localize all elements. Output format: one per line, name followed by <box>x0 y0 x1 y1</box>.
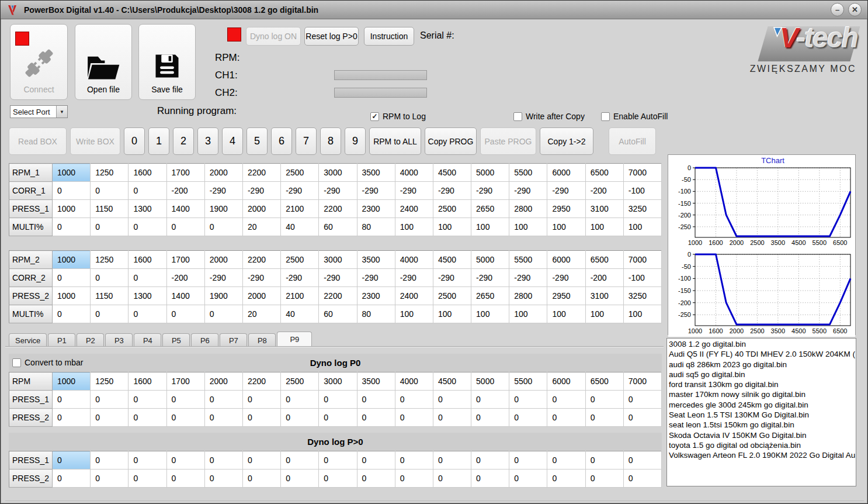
grid-cell[interactable]: 0 <box>129 470 166 488</box>
grid-cell[interactable]: 0 <box>395 451 433 470</box>
paste-prog-button[interactable]: Paste PROG <box>480 127 536 155</box>
grid-cell[interactable]: 2400 <box>395 287 433 305</box>
grid-cell[interactable]: 100 <box>547 305 585 323</box>
grid-cell[interactable]: 0 <box>129 409 166 427</box>
grid-cell[interactable]: 2000 <box>242 287 280 305</box>
grid-cell[interactable]: 0 <box>91 182 129 200</box>
grid-cell[interactable]: 3500 <box>357 372 395 391</box>
grid-cell[interactable]: 1000 <box>53 251 91 269</box>
grid-cell[interactable]: 2500 <box>281 372 319 391</box>
grid-cell[interactable]: 5500 <box>509 251 547 269</box>
grid-cell[interactable]: 3250 <box>623 200 661 218</box>
grid-cell[interactable]: 6500 <box>585 164 623 182</box>
instruction-button[interactable]: Instruction <box>364 27 414 46</box>
tab-p3[interactable]: P3 <box>105 333 133 347</box>
grid-cell[interactable]: 0 <box>357 409 395 427</box>
grid-cell[interactable]: 0 <box>53 305 91 323</box>
grid-cell[interactable]: 0 <box>433 470 471 488</box>
grid-cell[interactable]: 0 <box>91 269 129 287</box>
grid-cell[interactable]: 0 <box>509 470 547 488</box>
grid-cell[interactable]: 0 <box>204 391 242 409</box>
file-list-item[interactable]: master 170km nowy silnik go digital.bin <box>669 389 854 399</box>
grid-cell[interactable]: 0 <box>433 391 471 409</box>
grid-cell[interactable]: 0 <box>204 218 242 236</box>
grid-cell[interactable]: 2000 <box>242 200 280 218</box>
grid-cell[interactable]: 2100 <box>281 287 319 305</box>
grid-cell[interactable]: 4000 <box>395 251 433 269</box>
write-box-button[interactable]: Write BOX <box>70 127 120 155</box>
grid-cell[interactable]: 2650 <box>471 200 509 218</box>
grid-cell[interactable]: 1600 <box>129 164 166 182</box>
copy-prog-button[interactable]: Copy PROG <box>425 127 477 155</box>
grid-cell[interactable]: 0 <box>91 218 129 236</box>
connect-button[interactable]: Connect <box>10 24 68 100</box>
rpm-to-log-checkbox[interactable]: ✓ RPM to Log <box>370 112 426 121</box>
grid-cell[interactable]: 0 <box>471 451 509 470</box>
file-list-item[interactable]: audi sq5 go digital.bin <box>669 370 854 379</box>
grid-cell[interactable]: 0 <box>53 451 91 470</box>
file-list-item[interactable]: seat leon 1.5tsi 150km go digital.bin <box>669 420 854 430</box>
grid-cell[interactable]: 2200 <box>319 200 357 218</box>
grid-cell[interactable]: 5000 <box>471 251 509 269</box>
grid-cell[interactable]: -290 <box>242 182 280 200</box>
grid-cell[interactable]: 0 <box>509 409 547 427</box>
copy-1-to-2-button[interactable]: Copy 1->2 <box>540 127 593 155</box>
grid-cell[interactable]: 2100 <box>281 200 319 218</box>
grid-cell[interactable]: 0 <box>585 391 623 409</box>
grid-cell[interactable]: 6500 <box>585 251 623 269</box>
grid-cell[interactable]: -290 <box>547 269 585 287</box>
grid-cell[interactable]: -290 <box>204 182 242 200</box>
grid-cell[interactable]: 0 <box>319 409 357 427</box>
grid-cell[interactable]: 100 <box>623 305 661 323</box>
digit-button-3[interactable]: 3 <box>197 127 218 155</box>
grid-cell[interactable]: 0 <box>53 218 91 236</box>
grid-cell[interactable]: 2000 <box>204 251 242 269</box>
grid-cell[interactable]: 40 <box>281 305 319 323</box>
grid-cell[interactable]: 20 <box>242 305 280 323</box>
grid-cell[interactable]: 2500 <box>281 251 319 269</box>
grid-cell[interactable]: 100 <box>471 305 509 323</box>
grid-cell[interactable]: 1250 <box>91 164 129 182</box>
tab-p9[interactable]: P9 <box>277 332 312 347</box>
digit-button-4[interactable]: 4 <box>222 127 243 155</box>
digit-button-2[interactable]: 2 <box>173 127 194 155</box>
tab-p8[interactable]: P8 <box>248 333 276 347</box>
checkbox-box[interactable]: ✓ <box>370 112 379 121</box>
grid-cell[interactable]: 1300 <box>129 287 166 305</box>
grid-cell[interactable]: -290 <box>281 269 319 287</box>
minimize-button[interactable]: – <box>831 3 844 16</box>
grid-cell[interactable]: 1000 <box>53 287 91 305</box>
grid-cell[interactable]: 1000 <box>53 200 91 218</box>
autofill-button[interactable]: AutoFill <box>609 127 656 155</box>
grid-cell[interactable]: 0 <box>585 451 623 470</box>
grid-cell[interactable]: 20 <box>242 218 280 236</box>
grid-cell[interactable]: 0 <box>129 391 166 409</box>
grid-cell[interactable]: 100 <box>547 218 585 236</box>
grid-cell[interactable]: -290 <box>395 269 433 287</box>
grid-cell[interactable]: 2500 <box>281 164 319 182</box>
grid-cell[interactable]: 7000 <box>623 164 661 182</box>
grid-cell[interactable]: 0 <box>242 470 280 488</box>
grid-cell[interactable]: 1300 <box>129 200 166 218</box>
chevron-down-icon[interactable]: ▼ <box>56 106 67 118</box>
open-file-button[interactable]: Open file <box>75 24 132 100</box>
grid-cell[interactable]: 0 <box>281 409 319 427</box>
grid-cell[interactable]: 100 <box>623 218 661 236</box>
file-list-item[interactable]: Seat Leon 1.5 TSI 130KM Go Digital.bin <box>669 410 854 420</box>
grid-cell[interactable]: 0 <box>204 451 242 470</box>
grid-cell[interactable]: 0 <box>91 470 129 488</box>
grid-cell[interactable]: 1900 <box>204 200 242 218</box>
grid-cell[interactable]: 0 <box>509 451 547 470</box>
digit-button-1[interactable]: 1 <box>148 127 169 155</box>
grid-cell[interactable]: -290 <box>357 182 395 200</box>
grid-cell[interactable]: 0 <box>204 409 242 427</box>
grid-cell[interactable]: 1400 <box>166 287 204 305</box>
grid-cell[interactable]: 100 <box>509 218 547 236</box>
grid-cell[interactable]: 60 <box>319 218 357 236</box>
grid-cell[interactable]: 0 <box>91 409 129 427</box>
grid-cell[interactable]: 0 <box>166 409 204 427</box>
grid-cell[interactable]: 0 <box>319 391 357 409</box>
grid-cell[interactable]: 0 <box>433 409 471 427</box>
convert-to-mbar-checkbox[interactable]: Convert to mbar <box>12 358 83 367</box>
grid-cell[interactable]: 3100 <box>585 200 623 218</box>
